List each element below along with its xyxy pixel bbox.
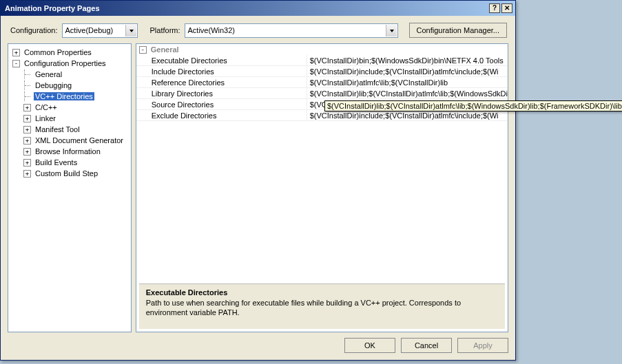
configuration-dropdown[interactable]: Active(Debug) bbox=[62, 23, 138, 38]
tree-item-general[interactable]: General bbox=[10, 69, 129, 80]
dialog-buttons: OK Cancel Apply bbox=[1, 332, 515, 353]
platform-value: Active(Win32) bbox=[188, 26, 235, 34]
property-value[interactable]: $(VCInstallDir)atlmfc\lib;$(VCInstallDir… bbox=[307, 77, 508, 87]
tree-item-vc-directories[interactable]: VC++ Directories bbox=[10, 91, 129, 102]
configuration-value: Active(Debug) bbox=[65, 26, 114, 34]
apply-button[interactable]: Apply bbox=[457, 338, 508, 353]
tree-item-label: General bbox=[34, 70, 63, 78]
tree-item-label: Configuration Properties bbox=[23, 59, 107, 67]
property-row-exclude-directories[interactable]: Exclude Directories$(VCInstallDir)includ… bbox=[136, 110, 508, 121]
tree-item-custom-build-step[interactable]: +Custom Build Step bbox=[10, 168, 129, 179]
tree-item-label: Custom Build Step bbox=[34, 169, 99, 178]
expander-icon[interactable]: + bbox=[23, 137, 31, 144]
property-name: Exclude Directories bbox=[136, 110, 307, 120]
tree-item-c-c-[interactable]: +C/C++ bbox=[10, 102, 129, 113]
description-area: Executable Directories Path to use when … bbox=[139, 283, 505, 329]
configuration-manager-button[interactable]: Configuration Manager... bbox=[409, 23, 507, 38]
tree-item-label: Browse Information bbox=[34, 147, 102, 156]
property-value[interactable]: $(VCInstallDir)lib;$(VCInstallDir)atlmfc… bbox=[307, 88, 508, 98]
tree-connector-icon bbox=[24, 92, 34, 101]
tree-connector-icon bbox=[24, 81, 34, 90]
close-button[interactable]: ✕ bbox=[501, 3, 512, 13]
window-title: Animation Property Pages bbox=[5, 4, 489, 12]
expander-icon[interactable]: + bbox=[23, 126, 31, 133]
collapse-icon[interactable]: - bbox=[139, 46, 147, 54]
main-area: +Common Properties-Configuration Propert… bbox=[1, 43, 515, 332]
tree-item-label: VC++ Directories bbox=[34, 92, 94, 100]
cancel-button[interactable]: Cancel bbox=[401, 338, 452, 353]
tree-item-label: Linker bbox=[34, 114, 57, 122]
configuration-row: Configuration: Active(Debug) Platform: A… bbox=[1, 16, 515, 43]
property-name: Source Directories bbox=[136, 99, 307, 109]
property-name: Library Directories bbox=[136, 88, 307, 98]
tree-item-debugging[interactable]: Debugging bbox=[10, 80, 129, 91]
property-row-include-directories[interactable]: Include Directories$(VCInstallDir)includ… bbox=[136, 66, 508, 77]
tree-item-label: Manifest Tool bbox=[34, 125, 81, 133]
titlebar: Animation Property Pages ? ✕ bbox=[1, 1, 515, 16]
tree-item-common-properties[interactable]: +Common Properties bbox=[10, 47, 129, 58]
group-header-general[interactable]: - General bbox=[136, 44, 508, 55]
expander-icon[interactable]: + bbox=[23, 115, 31, 122]
group-header-label: General bbox=[151, 45, 179, 54]
property-row-library-directories[interactable]: Library Directories$(VCInstallDir)lib;$(… bbox=[136, 88, 508, 99]
description-title: Executable Directories bbox=[146, 288, 498, 297]
tree-item-linker[interactable]: +Linker bbox=[10, 113, 129, 124]
expander-icon[interactable]: + bbox=[23, 104, 31, 111]
titlebar-buttons: ? ✕ bbox=[489, 3, 512, 13]
property-value[interactable]: $(VCInstallDir)include;$(VCInstallDir)at… bbox=[307, 110, 508, 120]
platform-dropdown[interactable]: Active(Win32) bbox=[185, 23, 398, 38]
platform-label: Platform: bbox=[150, 26, 180, 34]
tree-item-label: Common Properties bbox=[23, 48, 93, 56]
property-panel: - General Executable Directories$(VCInst… bbox=[136, 43, 508, 332]
tree-item-xml-document-generator[interactable]: +XML Document Generator bbox=[10, 135, 129, 146]
property-value[interactable]: $(VCInstallDir)bin;$(WindowsSdkDir)bin\N… bbox=[307, 55, 508, 65]
tree-connector-icon bbox=[24, 69, 34, 79]
help-button[interactable]: ? bbox=[489, 3, 500, 13]
property-name: Executable Directories bbox=[136, 55, 307, 65]
property-row-reference-directories[interactable]: Reference Directories$(VCInstallDir)atlm… bbox=[136, 77, 508, 88]
tree-item-label: Debugging bbox=[34, 81, 73, 89]
tree-item-configuration-properties[interactable]: -Configuration Properties bbox=[10, 58, 129, 69]
expander-icon[interactable]: - bbox=[12, 60, 20, 67]
property-pages-dialog: Animation Property Pages ? ✕ Configurati… bbox=[0, 0, 516, 361]
configuration-label: Configuration: bbox=[10, 26, 58, 34]
description-text: Path to use when searching for executabl… bbox=[146, 298, 498, 318]
tree-item-build-events[interactable]: +Build Events bbox=[10, 157, 129, 168]
property-name: Include Directories bbox=[136, 66, 307, 76]
tree-item-manifest-tool[interactable]: +Manifest Tool bbox=[10, 124, 129, 135]
expander-icon[interactable]: + bbox=[23, 170, 31, 178]
property-grid[interactable]: - General Executable Directories$(VCInst… bbox=[136, 44, 508, 281]
tree-item-label: Build Events bbox=[34, 158, 79, 167]
expander-icon[interactable]: + bbox=[23, 159, 31, 167]
property-value[interactable]: $(VCInstallDir)include;$(VCInstallDir)at… bbox=[307, 66, 508, 76]
tree-panel[interactable]: +Common Properties-Configuration Propert… bbox=[8, 43, 132, 332]
expander-icon[interactable]: + bbox=[23, 148, 31, 156]
property-name: Reference Directories bbox=[136, 77, 307, 87]
ok-button[interactable]: OK bbox=[344, 338, 395, 353]
tree-item-label: C/C++ bbox=[34, 103, 59, 111]
tree-item-browse-information[interactable]: +Browse Information bbox=[10, 146, 129, 157]
expander-icon[interactable]: + bbox=[12, 49, 20, 56]
property-row-executable-directories[interactable]: Executable Directories$(VCInstallDir)bin… bbox=[136, 55, 508, 66]
tree-item-label: XML Document Generator bbox=[34, 136, 125, 144]
library-directories-tooltip: $(VCInstallDir)lib;$(VCInstallDir)atlmfc… bbox=[324, 100, 622, 111]
